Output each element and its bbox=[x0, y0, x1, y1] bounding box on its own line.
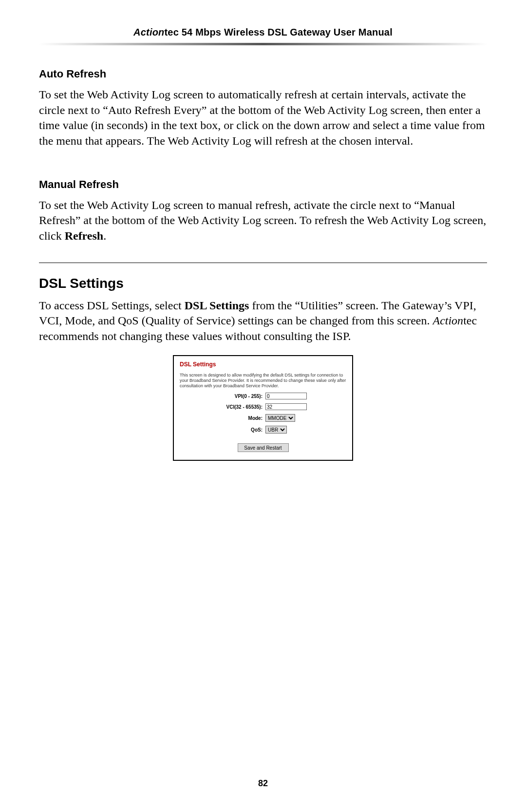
manual-refresh-body: To set the Web Activity Log screen to ma… bbox=[39, 198, 487, 244]
vpi-label: VPI(0 - 255): bbox=[180, 394, 265, 399]
manual-page: Actiontec 54 Mbps Wireless DSL Gateway U… bbox=[0, 0, 526, 812]
vci-row: VCI(32 - 65535): bbox=[180, 403, 346, 410]
mode-row: Mode: MMODE bbox=[180, 414, 346, 422]
header-rule bbox=[39, 43, 487, 45]
brand-rest: tec 54 Mbps Wireless DSL Gateway User Ma… bbox=[164, 27, 392, 38]
save-restart-button[interactable]: Save and Restart bbox=[238, 443, 289, 452]
panel-title: DSL Settings bbox=[180, 361, 346, 368]
qos-select[interactable]: UBR bbox=[265, 426, 287, 434]
page-header: Actiontec 54 Mbps Wireless DSL Gateway U… bbox=[39, 27, 487, 38]
vci-label: VCI(32 - 65535): bbox=[180, 404, 265, 410]
manual-body-bold: Refresh bbox=[65, 229, 104, 242]
vpi-row: VPI(0 - 255): bbox=[180, 393, 346, 399]
dsl-settings-panel: DSL Settings This screen is designed to … bbox=[173, 355, 353, 461]
vpi-input[interactable] bbox=[265, 393, 307, 399]
dsl-settings-heading: DSL Settings bbox=[39, 276, 487, 291]
brand-italic: Action bbox=[133, 27, 164, 38]
section-divider bbox=[39, 263, 487, 263]
qos-row: QoS: UBR bbox=[180, 426, 346, 434]
page-number: 82 bbox=[0, 778, 526, 789]
manual-body-post: . bbox=[103, 229, 106, 242]
dsl-settings-body: To access DSL Settings, select DSL Setti… bbox=[39, 298, 487, 344]
mode-label: Mode: bbox=[180, 415, 265, 421]
qos-label: QoS: bbox=[180, 427, 265, 433]
auto-refresh-body: To set the Web Activity Log screen to au… bbox=[39, 87, 487, 149]
mode-select[interactable]: MMODE bbox=[265, 414, 295, 422]
manual-refresh-heading: Manual Refresh bbox=[39, 178, 487, 191]
vci-input[interactable] bbox=[265, 403, 307, 410]
auto-refresh-heading: Auto Refresh bbox=[39, 68, 487, 80]
panel-description: This screen is designed to allow modifyi… bbox=[180, 373, 346, 389]
